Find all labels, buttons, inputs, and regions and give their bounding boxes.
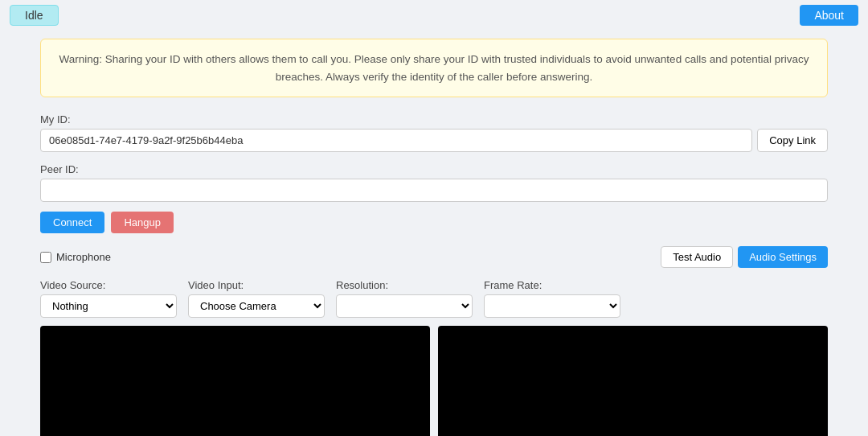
video-controls: Video Source: Nothing Camera Screen Vide… — [40, 279, 828, 318]
audio-buttons: Test Audio Audio Settings — [661, 246, 828, 268]
main-content: My ID: Copy Link Peer ID: Connect Hangup… — [0, 105, 868, 436]
framerate-select[interactable] — [484, 294, 620, 318]
video-input-field: Video Input: Choose Camera — [188, 279, 325, 318]
test-audio-button[interactable]: Test Audio — [661, 246, 733, 268]
video-source-label: Video Source: — [40, 279, 177, 291]
microphone-label[interactable]: Microphone — [40, 251, 111, 263]
peer-id-label: Peer ID: — [40, 163, 828, 175]
framerate-field: Frame Rate: — [484, 279, 620, 318]
about-button[interactable]: About — [800, 5, 858, 26]
remote-video-panel: ⤡ — [438, 326, 828, 436]
audio-row: Microphone Test Audio Audio Settings — [40, 246, 828, 268]
video-input-select[interactable]: Choose Camera — [188, 294, 325, 318]
video-source-field: Video Source: Nothing Camera Screen — [40, 279, 177, 318]
microphone-text: Microphone — [56, 251, 111, 263]
my-id-label: My ID: — [40, 113, 828, 125]
connect-button[interactable]: Connect — [40, 212, 104, 233]
audio-settings-button[interactable]: Audio Settings — [738, 246, 828, 268]
top-bar: Idle About — [0, 0, 868, 31]
video-panels: ⤡ — [40, 326, 828, 436]
status-badge: Idle — [10, 5, 59, 26]
my-id-row: Copy Link — [40, 129, 828, 152]
copy-link-button[interactable]: Copy Link — [757, 129, 828, 152]
resolution-select[interactable] — [336, 294, 473, 318]
warning-box: Warning: Sharing your ID with others all… — [40, 39, 828, 97]
resolution-label: Resolution: — [336, 279, 473, 291]
local-video-panel — [40, 326, 430, 436]
peer-id-input[interactable] — [40, 179, 828, 202]
resolution-field: Resolution: — [336, 279, 473, 318]
video-source-select[interactable]: Nothing Camera Screen — [40, 294, 177, 318]
video-input-label: Video Input: — [188, 279, 325, 291]
warning-text: Warning: Sharing your ID with others all… — [59, 53, 809, 83]
microphone-checkbox[interactable] — [40, 252, 51, 263]
hangup-button[interactable]: Hangup — [111, 212, 174, 233]
framerate-label: Frame Rate: — [484, 279, 620, 291]
my-id-input[interactable] — [40, 129, 752, 152]
action-buttons: Connect Hangup — [40, 212, 828, 233]
